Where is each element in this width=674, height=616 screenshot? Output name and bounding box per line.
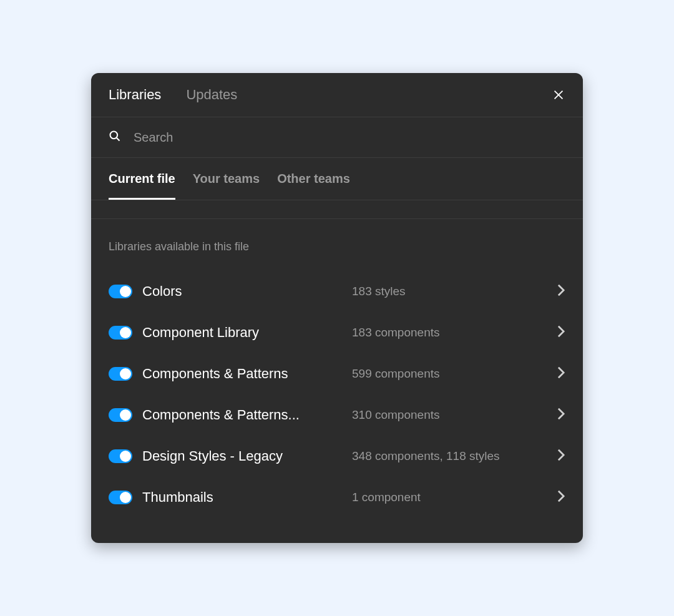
chevron-right-icon [557,325,565,341]
search-input[interactable] [134,130,565,145]
chevron-right-icon [557,283,565,300]
sub-tabs: Current file Your teams Other teams [91,158,583,200]
dialog-header: Libraries Updates [91,73,583,117]
library-toggle[interactable] [109,491,132,504]
library-toggle[interactable] [109,285,132,298]
tab-updates[interactable]: Updates [186,87,237,103]
library-row[interactable]: Components & Patterns... 310 components [109,394,565,436]
close-button[interactable] [552,88,565,102]
chevron-right-icon [557,448,565,464]
sub-tab-current-file[interactable]: Current file [109,158,175,200]
library-name: Thumbnails [142,489,342,506]
library-row[interactable]: Components & Patterns 599 components [109,353,565,394]
library-toggle[interactable] [109,449,132,463]
content: Libraries available in this file Colors … [91,219,583,543]
section-label: Libraries available in this file [109,240,565,253]
library-meta: 183 components [352,326,547,340]
tab-libraries[interactable]: Libraries [109,87,161,103]
library-toggle[interactable] [109,326,132,340]
library-meta: 348 components, 118 styles [352,449,547,463]
library-meta: 310 components [352,408,547,422]
svg-point-2 [110,132,118,139]
spacer [91,200,583,219]
library-toggle[interactable] [109,408,132,422]
libraries-dialog: Libraries Updates Current file Your team… [91,73,583,543]
library-name: Components & Patterns [142,366,342,382]
sub-tab-your-teams[interactable]: Your teams [193,158,260,200]
sub-tab-other-teams[interactable]: Other teams [277,158,350,200]
library-name: Components & Patterns... [142,407,342,423]
library-name: Colors [142,283,342,300]
library-row[interactable]: Colors 183 styles [109,271,565,312]
chevron-right-icon [557,489,565,506]
header-tabs: Libraries Updates [109,87,237,103]
library-meta: 183 styles [352,285,547,298]
chevron-right-icon [557,407,565,423]
library-row[interactable]: Thumbnails 1 component [109,477,565,518]
library-toggle[interactable] [109,367,132,381]
library-name: Component Library [142,325,342,341]
library-row[interactable]: Design Styles - Legacy 348 components, 1… [109,436,565,477]
library-row[interactable]: Component Library 183 components [109,312,565,353]
library-name: Design Styles - Legacy [142,448,342,464]
search-icon [109,130,121,145]
library-meta: 599 components [352,367,547,381]
search-row [91,117,583,158]
library-meta: 1 component [352,491,547,504]
chevron-right-icon [557,366,565,382]
svg-line-3 [117,138,120,141]
close-icon [552,88,565,102]
